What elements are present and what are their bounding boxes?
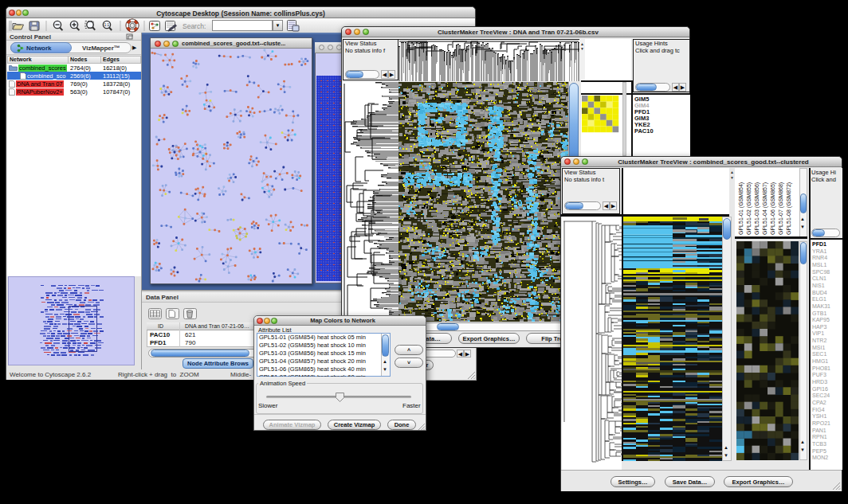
svg-text:GPL51-04 (GSM857): GPL51-04 (GSM857)	[762, 182, 768, 235]
svg-text:GPL51-03 (GSM856): GPL51-03 (GSM856)	[754, 182, 760, 235]
svg-text:GPL51-01 (GSM854): GPL51-01 (GSM854)	[738, 182, 744, 235]
svg-text:GPL51-08 (GSM872): GPL51-08 (GSM872)	[786, 182, 792, 235]
svg-text:1:1: 1:1	[104, 23, 110, 27]
svg-text:GPL51-02 (GSM855): GPL51-02 (GSM855)	[746, 182, 752, 235]
svg-text:GPL51-07 (GSM868): GPL51-07 (GSM868)	[778, 182, 784, 235]
svg-text:GPL51-06 (GSM865): GPL51-06 (GSM865)	[770, 182, 776, 235]
